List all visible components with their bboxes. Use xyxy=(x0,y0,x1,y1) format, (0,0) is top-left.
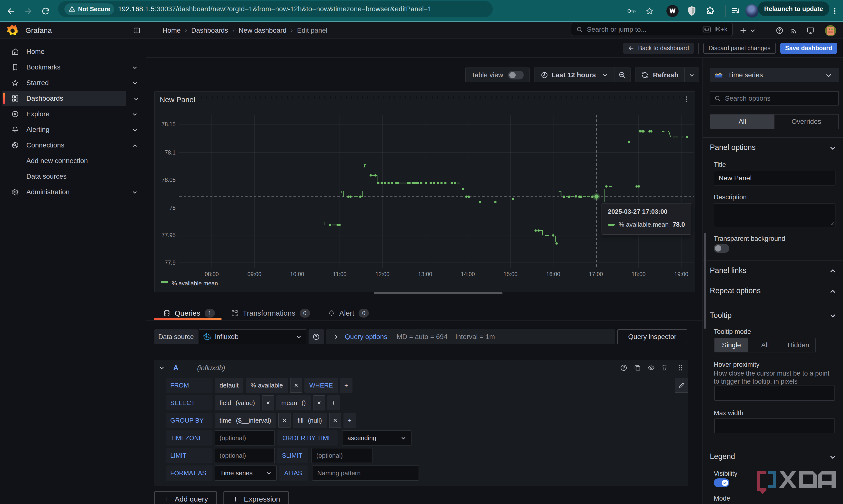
svg-text:18:00: 18:00 xyxy=(632,271,646,277)
svg-text:14:00: 14:00 xyxy=(461,271,475,277)
svg-text:16:00: 16:00 xyxy=(546,271,560,277)
svg-text:08:00: 08:00 xyxy=(205,271,219,277)
svg-text:78.15: 78.15 xyxy=(161,121,176,127)
svg-text:77.9: 77.9 xyxy=(165,259,176,266)
svg-text:15:00: 15:00 xyxy=(503,271,518,277)
svg-text:17:00: 17:00 xyxy=(589,271,603,277)
svg-text:09:00: 09:00 xyxy=(247,271,261,277)
svg-text:78.05: 78.05 xyxy=(161,177,176,183)
svg-text:19:00: 19:00 xyxy=(674,271,688,277)
svg-text:77.95: 77.95 xyxy=(161,232,176,238)
svg-text:13:00: 13:00 xyxy=(418,271,432,277)
svg-text:12:00: 12:00 xyxy=(375,271,390,277)
svg-text:78: 78 xyxy=(169,205,176,211)
svg-text:78.1: 78.1 xyxy=(165,149,176,156)
svg-text:% available.mean: % available.mean xyxy=(172,280,218,287)
svg-text:10:00: 10:00 xyxy=(290,271,304,277)
svg-text:11:00: 11:00 xyxy=(333,271,347,277)
